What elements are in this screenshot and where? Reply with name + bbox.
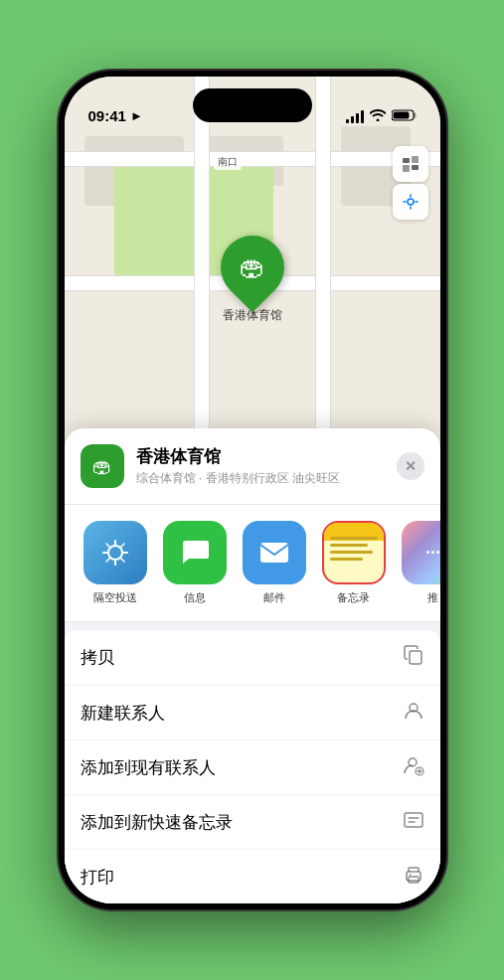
new-contact-label: 新建联系人	[81, 702, 165, 725]
venue-header: 🏟 香港体育馆 综合体育馆 · 香港特别行政区 油尖旺区 ✕	[65, 428, 440, 505]
location-button[interactable]	[393, 184, 428, 220]
signal-bar-4	[361, 110, 364, 123]
share-item-mail[interactable]: 邮件	[240, 521, 309, 605]
svg-rect-3	[403, 158, 410, 163]
share-item-more[interactable]: ··· 推	[399, 521, 440, 605]
map-controls	[393, 146, 428, 222]
mail-icon	[243, 521, 306, 584]
svg-rect-16	[409, 877, 419, 883]
action-list: 拷贝 新建联系人	[65, 630, 440, 903]
airdrop-icon	[84, 521, 147, 584]
venue-name: 香港体育馆	[136, 445, 385, 468]
svg-rect-14	[405, 813, 422, 827]
share-item-message[interactable]: 信息	[160, 521, 230, 605]
svg-point-17	[409, 874, 411, 876]
map-type-button[interactable]	[393, 146, 428, 182]
location-pin: 🏟 香港体育馆	[221, 236, 284, 324]
message-label: 信息	[184, 590, 206, 605]
notes-label: 备忘录	[337, 590, 370, 605]
venue-icon: 🏟	[81, 444, 124, 488]
svg-rect-1	[414, 112, 416, 117]
phone-screen: 09:41 ►	[65, 77, 440, 903]
copy-icon	[403, 644, 424, 671]
signal-bar-2	[351, 116, 354, 123]
print-icon	[403, 864, 424, 890]
quick-note-label: 添加到新快速备忘录	[81, 811, 233, 834]
print-label: 打印	[81, 866, 114, 889]
venue-info: 香港体育馆 综合体育馆 · 香港特别行政区 油尖旺区	[136, 445, 385, 487]
action-add-existing[interactable]: 添加到现有联系人	[65, 740, 440, 795]
bottom-sheet: 🏟 香港体育馆 综合体育馆 · 香港特别行政区 油尖旺区 ✕	[65, 428, 440, 903]
action-quick-note[interactable]: 添加到新快速备忘录	[65, 795, 440, 850]
status-time: 09:41	[88, 107, 126, 124]
svg-rect-6	[412, 165, 419, 170]
copy-label: 拷贝	[81, 646, 114, 669]
new-contact-icon	[403, 700, 424, 726]
location-icon: ►	[130, 108, 143, 123]
signal-bar-3	[356, 113, 359, 123]
action-new-contact[interactable]: 新建联系人	[65, 686, 440, 740]
add-existing-icon	[403, 754, 424, 780]
signal-bars	[346, 110, 364, 123]
action-print[interactable]: 打印	[65, 850, 440, 903]
action-copy[interactable]: 拷贝	[65, 630, 440, 686]
status-icons	[346, 108, 417, 124]
wifi-icon	[370, 108, 386, 124]
close-button[interactable]: ✕	[397, 452, 424, 480]
pin-circle: 🏟	[207, 223, 297, 313]
notes-icon	[322, 521, 386, 584]
more-label: 推	[427, 590, 438, 605]
svg-point-7	[408, 199, 414, 205]
road-h1	[65, 151, 440, 167]
pin-stadium-icon: 🏟	[240, 252, 265, 283]
add-existing-label: 添加到现有联系人	[81, 756, 216, 779]
svg-rect-5	[403, 165, 410, 172]
map-south-gate-label: 南口	[214, 154, 242, 170]
dynamic-island	[193, 88, 312, 122]
signal-bar-1	[346, 119, 349, 123]
venue-subtitle: 综合体育馆 · 香港特别行政区 油尖旺区	[136, 470, 385, 487]
svg-rect-4	[412, 156, 419, 163]
more-icon: ···	[402, 521, 440, 584]
share-item-airdrop[interactable]: 隔空投送	[81, 521, 150, 605]
svg-rect-10	[410, 651, 421, 664]
share-row: 隔空投送 信息	[65, 505, 440, 622]
mail-label: 邮件	[263, 590, 285, 605]
quick-note-icon	[403, 809, 424, 835]
battery-icon	[392, 109, 417, 124]
message-icon	[163, 521, 227, 584]
share-item-notes[interactable]: 备忘录	[319, 521, 389, 605]
airdrop-label: 隔空投送	[93, 590, 137, 605]
svg-rect-2	[393, 111, 409, 118]
phone-frame: 09:41 ►	[59, 71, 446, 909]
svg-rect-9	[260, 543, 288, 563]
